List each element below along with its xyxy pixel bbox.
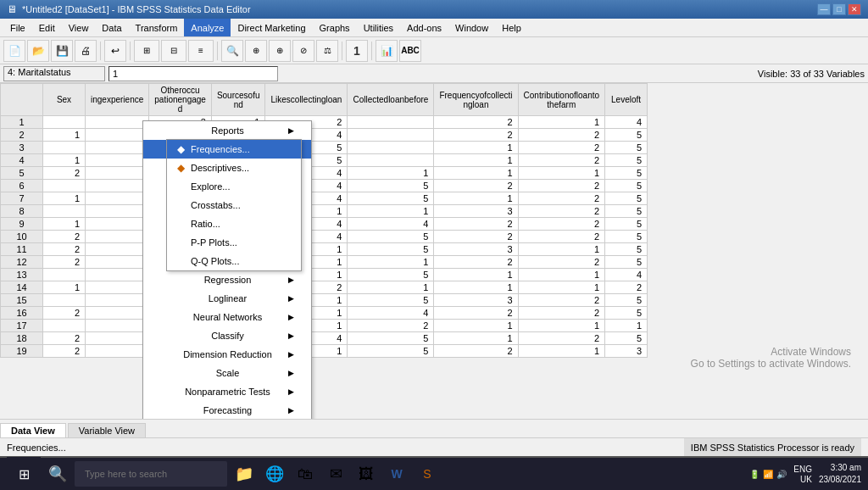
menu-view[interactable]: View [62, 19, 96, 36]
analyze-menu-item-nonparametric-tests[interactable]: Nonparametric Tests▶ [143, 382, 311, 401]
table-row[interactable]: 17 1 1 1 2 1 1 1 [1, 320, 648, 332]
cell-collected [348, 142, 434, 154]
goto-case-button[interactable]: ⊟ [161, 40, 186, 62]
table-row[interactable]: 10 2 1 1 4 5 2 2 5 [1, 231, 648, 243]
cell-ing [86, 142, 149, 154]
find-button[interactable]: 🔍 [221, 40, 243, 62]
variable-name-field[interactable]: 4: Maritalstatus [3, 66, 105, 81]
menu-direct-marketing[interactable]: Direct Marketing [231, 19, 312, 36]
minimize-button[interactable]: — [817, 3, 831, 15]
cell-sex [43, 205, 86, 218]
start-button[interactable]: ⊞ [7, 457, 41, 490]
maximize-button[interactable]: □ [832, 3, 846, 15]
table-row[interactable]: 8 1 1 1 1 3 2 5 [1, 205, 648, 218]
new-file-button[interactable]: 📄 [3, 40, 25, 62]
desc-submenu-item-frequencies---[interactable]: ◆Frequencies... [167, 140, 301, 159]
table-row[interactable]: 7 1 3 2 4 5 1 2 5 [1, 192, 648, 205]
print-button[interactable]: 🖨 [75, 40, 97, 62]
split-file-button[interactable]: ⊘ [292, 40, 314, 62]
app-icon: 🖥 [7, 3, 17, 15]
analyze-menu-item-neural-networks[interactable]: Neural Networks▶ [143, 308, 311, 326]
table-row[interactable]: 2 1 1 1 4 2 2 5 [1, 129, 648, 142]
desc-submenu-item-ratio---[interactable]: Ratio... [167, 214, 301, 233]
desc-submenu-item-crosstabs---[interactable]: Crosstabs... [167, 196, 301, 214]
taskbar-word-icon[interactable]: W [383, 460, 410, 487]
table-row[interactable]: 19 2 4 4 1 5 2 1 3 [1, 345, 648, 358]
cell-sex [43, 320, 86, 332]
date-display: 23/08/2021 [819, 474, 861, 486]
taskbar-edge-icon[interactable]: 🌐 [261, 460, 288, 487]
cell-sex: 2 [43, 243, 86, 256]
menu-analyze[interactable]: Analyze [184, 19, 231, 36]
cell-freq: 2 [434, 307, 518, 320]
menu-item-label: Dimension Reduction [183, 349, 272, 359]
desc-submenu-item-descriptives---[interactable]: ◆Descriptives... [167, 159, 301, 177]
menu-data[interactable]: Data [95, 19, 128, 36]
table-row[interactable]: 3 1 4 5 1 2 5 [1, 142, 648, 154]
desc-submenu-item-p-p-plots---[interactable]: P-P Plots... [167, 233, 301, 252]
analyze-menu-item-classify[interactable]: Classify▶ [143, 326, 311, 345]
menu-help[interactable]: Help [495, 19, 528, 36]
tab-data-view[interactable]: Data View [0, 423, 66, 437]
value-labels-button[interactable]: 1 [346, 40, 368, 62]
analyze-menu-item-forecasting[interactable]: Forecasting▶ [143, 401, 311, 419]
analyze-menu-item-regression[interactable]: Regression▶ [143, 270, 311, 289]
analyze-menu-item-loglinear[interactable]: Loglinear▶ [143, 289, 311, 308]
undo-button[interactable]: ↩ [104, 40, 126, 62]
desc-submenu-item-q-q-plots---[interactable]: Q-Q Plots... [167, 252, 301, 270]
taskbar-mail-icon[interactable]: ✉ [322, 460, 349, 487]
windows-activation-text: Activate Windows Go to Settings to activ… [691, 346, 851, 370]
analyze-menu-item-scale[interactable]: Scale▶ [143, 364, 311, 382]
menu-graphs[interactable]: Graphs [313, 19, 357, 36]
table-row[interactable]: 18 2 3 1 4 5 1 2 5 [1, 332, 648, 345]
descriptive-statistics-submenu[interactable]: ◆Frequencies...◆Descriptives...Explore..… [166, 139, 302, 271]
table-row[interactable]: 9 1 4 2 4 4 2 2 5 [1, 218, 648, 231]
col-header-src: Sourcesofund [211, 84, 265, 116]
submenu-item-label: P-P Plots... [191, 237, 237, 248]
menu-window[interactable]: Window [448, 19, 495, 36]
table-row[interactable]: 11 2 1 1 1 5 3 1 5 [1, 243, 648, 256]
taskbar-store-icon[interactable]: 🛍 [292, 460, 319, 487]
chart-button[interactable]: 📊 [376, 40, 398, 62]
abc-button[interactable]: ABC [399, 40, 421, 62]
table-row[interactable]: 5 2 4 1 4 1 1 1 5 [1, 167, 648, 180]
insert-var-button[interactable]: ⊕ [269, 40, 291, 62]
table-row[interactable]: 15 1 2 1 5 3 2 5 [1, 294, 648, 307]
menu-utilities[interactable]: Utilities [357, 19, 400, 36]
variables-button[interactable]: ≡ [188, 40, 214, 62]
menu-transform[interactable]: Transform [129, 19, 185, 36]
insert-cases-button[interactable]: ⊕ [245, 40, 267, 62]
taskbar-spss-icon[interactable]: S [414, 460, 441, 487]
open-button[interactable]: 📂 [27, 40, 49, 62]
table-row[interactable]: 1 3 1 2 2 1 4 [1, 116, 648, 129]
table-row[interactable]: 6 3 1 4 5 2 2 5 [1, 180, 648, 192]
menu-edit[interactable]: Edit [32, 19, 62, 36]
weight-cases-button[interactable]: ⚖ [316, 40, 338, 62]
taskbar-search-input[interactable] [75, 461, 227, 487]
goto-var-button[interactable]: ⊞ [134, 40, 159, 62]
col-header-level: Leveloft [605, 84, 648, 116]
save-button[interactable]: 💾 [51, 40, 73, 62]
cell-ing [86, 256, 149, 269]
taskbar-file-explorer-icon[interactable]: 📁 [231, 460, 258, 487]
tab-variable-view[interactable]: Variable View [68, 423, 146, 437]
table-row[interactable]: 12 2 4 1 1 1 2 2 5 [1, 256, 648, 269]
cell-level: 5 [605, 205, 648, 218]
table-row[interactable]: 13 1 1 1 5 1 1 4 [1, 269, 648, 281]
close-button[interactable]: ✕ [848, 3, 861, 15]
menu-file[interactable]: File [3, 19, 32, 36]
cell-collected: 5 [348, 269, 434, 281]
menu-addons[interactable]: Add-ons [400, 19, 448, 36]
menu-item-label: Classify [211, 331, 244, 341]
analyze-menu-item-reports[interactable]: Reports▶ [143, 121, 311, 140]
cell-contrib: 1 [518, 320, 605, 332]
taskbar-photos-icon[interactable]: 🖼 [353, 460, 380, 487]
analyze-menu-item-dimension-reduction[interactable]: Dimension Reduction▶ [143, 345, 311, 364]
table-row[interactable]: 16 2 2 1 1 4 2 2 5 [1, 307, 648, 320]
cell-level: 5 [605, 129, 648, 142]
volume-icon: 🔊 [776, 470, 787, 479]
table-row[interactable]: 4 1 1 4 5 1 2 5 [1, 154, 648, 167]
desc-submenu-item-explore---[interactable]: Explore... [167, 177, 301, 196]
table-row[interactable]: 14 1 3 1 2 1 1 1 2 [1, 281, 648, 294]
region-display: UK [800, 475, 812, 484]
